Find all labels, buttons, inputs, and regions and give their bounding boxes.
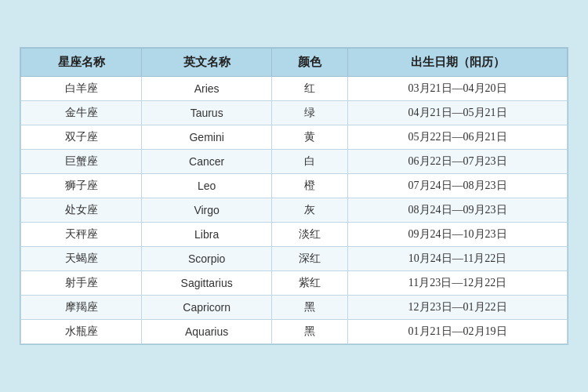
table-body: 白羊座Aries红03月21日—04月20日金牛座Taurus绿04月21日—0…	[21, 77, 568, 344]
cell-color: 黄	[272, 125, 348, 150]
cell-dates: 03月21日—04月20日	[348, 77, 568, 101]
header-chinese-name: 星座名称	[21, 49, 142, 77]
cell-english-name: Aries	[142, 77, 272, 101]
table-row: 天蝎座Scorpio深红10月24日—11月22日	[21, 247, 568, 271]
table-row: 摩羯座Capricorn黑12月23日—01月22日	[21, 296, 568, 320]
table-row: 水瓶座Aquarius黑01月21日—02月19日	[21, 320, 568, 344]
table-row: 狮子座Leo橙07月24日—08月23日	[21, 174, 568, 198]
cell-chinese-name: 处女座	[21, 198, 142, 223]
table-header-row: 星座名称 英文名称 颜色 出生日期（阳历）	[21, 49, 568, 77]
cell-english-name: Cancer	[142, 150, 272, 174]
cell-dates: 06月22日—07月23日	[348, 150, 568, 174]
cell-chinese-name: 射手座	[21, 271, 142, 296]
cell-color: 黑	[272, 296, 348, 320]
cell-chinese-name: 白羊座	[21, 77, 142, 101]
cell-dates: 05月22日—06月21日	[348, 125, 568, 150]
table-row: 金牛座Taurus绿04月21日—05月21日	[21, 101, 568, 125]
cell-english-name: Gemini	[142, 125, 272, 150]
table-row: 双子座Gemini黄05月22日—06月21日	[21, 125, 568, 150]
cell-dates: 01月21日—02月19日	[348, 320, 568, 344]
cell-chinese-name: 天蝎座	[21, 247, 142, 271]
table-row: 处女座Virgo灰08月24日—09月23日	[21, 198, 568, 223]
table-row: 白羊座Aries红03月21日—04月20日	[21, 77, 568, 101]
cell-english-name: Capricorn	[142, 296, 272, 320]
header-dates: 出生日期（阳历）	[348, 49, 568, 77]
cell-chinese-name: 天秤座	[21, 223, 142, 247]
cell-english-name: Libra	[142, 223, 272, 247]
cell-dates: 07月24日—08月23日	[348, 174, 568, 198]
cell-english-name: Virgo	[142, 198, 272, 223]
cell-english-name: Taurus	[142, 101, 272, 125]
cell-dates: 11月23日—12月22日	[348, 271, 568, 296]
table-row: 天秤座Libra淡红09月24日—10月23日	[21, 223, 568, 247]
cell-chinese-name: 摩羯座	[21, 296, 142, 320]
cell-color: 红	[272, 77, 348, 101]
cell-chinese-name: 双子座	[21, 125, 142, 150]
cell-color: 橙	[272, 174, 348, 198]
cell-chinese-name: 巨蟹座	[21, 150, 142, 174]
cell-dates: 09月24日—10月23日	[348, 223, 568, 247]
cell-dates: 04月21日—05月21日	[348, 101, 568, 125]
cell-color: 深红	[272, 247, 348, 271]
header-color: 颜色	[272, 49, 348, 77]
cell-english-name: Sagittarius	[142, 271, 272, 296]
cell-chinese-name: 狮子座	[21, 174, 142, 198]
cell-color: 淡红	[272, 223, 348, 247]
header-english-name: 英文名称	[142, 49, 272, 77]
cell-english-name: Scorpio	[142, 247, 272, 271]
cell-color: 绿	[272, 101, 348, 125]
cell-chinese-name: 金牛座	[21, 101, 142, 125]
table-row: 射手座Sagittarius紫红11月23日—12月22日	[21, 271, 568, 296]
zodiac-table-container: 星座名称 英文名称 颜色 出生日期（阳历） 白羊座Aries红03月21日—04…	[20, 47, 568, 345]
table-row: 巨蟹座Cancer白06月22日—07月23日	[21, 150, 568, 174]
cell-english-name: Leo	[142, 174, 272, 198]
cell-dates: 08月24日—09月23日	[348, 198, 568, 223]
cell-color: 黑	[272, 320, 348, 344]
cell-dates: 12月23日—01月22日	[348, 296, 568, 320]
cell-english-name: Aquarius	[142, 320, 272, 344]
cell-chinese-name: 水瓶座	[21, 320, 142, 344]
zodiac-table: 星座名称 英文名称 颜色 出生日期（阳历） 白羊座Aries红03月21日—04…	[20, 48, 568, 344]
cell-color: 灰	[272, 198, 348, 223]
cell-color: 白	[272, 150, 348, 174]
cell-color: 紫红	[272, 271, 348, 296]
cell-dates: 10月24日—11月22日	[348, 247, 568, 271]
